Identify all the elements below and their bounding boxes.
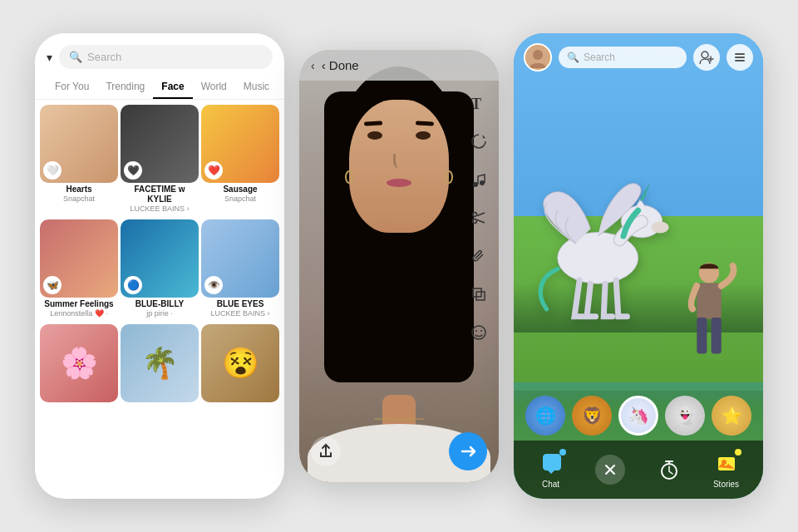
right-earring xyxy=(445,170,453,184)
svg-point-20 xyxy=(533,50,543,60)
svg-point-4 xyxy=(473,219,477,224)
phones-container: ▾ 🔍 Search For You Trending Face World M… xyxy=(18,17,780,515)
tab-face[interactable]: Face xyxy=(153,76,192,99)
timer-action[interactable] xyxy=(656,456,682,483)
pegasus xyxy=(530,163,680,349)
list-item[interactable]: 🤍 Hearts Snapchat xyxy=(40,105,118,217)
svg-point-1 xyxy=(473,182,478,187)
svg-rect-17 xyxy=(697,318,707,353)
lens-card-billy[interactable]: 🔵 xyxy=(121,219,199,298)
list-item[interactable]: 🦋 Summer Feelings Lennonstella ❤️ · xyxy=(40,219,118,322)
lens-name: BLUE-BILLY xyxy=(122,299,197,309)
list-item[interactable]: ❤️ Sausage Snapchat xyxy=(201,105,279,217)
text-tool[interactable]: T xyxy=(467,91,490,115)
list-item[interactable]: 🖤 FACETIME w KYLIE LUCKEE BAINS › xyxy=(121,105,199,217)
chevron-down-icon[interactable]: ▾ xyxy=(47,51,52,64)
chat-action[interactable]: Chat xyxy=(538,451,564,489)
lens-circle-3-selected[interactable]: 🦄 xyxy=(618,396,658,436)
chat-label: Chat xyxy=(542,480,559,489)
ar-background: 🔍 Search 🌐 🦁 🦄 👻 ⭐ xyxy=(514,33,763,499)
lens-creator: LUCKEE BAINS › xyxy=(122,204,197,214)
lens-name: BLUE EYES xyxy=(203,299,278,309)
svg-line-6 xyxy=(477,220,485,224)
add-friend-button[interactable] xyxy=(693,44,720,71)
necklace xyxy=(374,418,424,420)
lens-circle-1[interactable]: 🌐 xyxy=(525,396,565,436)
right-search-bar[interactable]: 🔍 Search xyxy=(559,47,687,68)
avatar[interactable] xyxy=(524,43,552,71)
list-item[interactable]: 🌴 xyxy=(121,324,199,402)
lens-info: FACETIME w KYLIE LUCKEE BAINS › xyxy=(121,183,199,217)
emoji-tool[interactable] xyxy=(467,321,490,344)
lens-card-bottom1[interactable]: 🌸 xyxy=(40,324,118,402)
right-phone: 🔍 Search 🌐 🦁 🦄 👻 ⭐ xyxy=(514,33,763,499)
svg-point-11 xyxy=(480,330,482,332)
right-header: 🔍 Search xyxy=(514,33,763,78)
lens-bar: 🌐 🦁 🦄 👻 ⭐ xyxy=(514,391,763,441)
lens-badge: 🦋 xyxy=(43,276,62,294)
face-skin xyxy=(349,100,449,233)
lens-circle-2[interactable]: 🦁 xyxy=(572,396,612,436)
paperclip-tool[interactable] xyxy=(467,244,490,268)
lens-card-summer[interactable]: 🦋 xyxy=(40,219,118,298)
lens-emoji: 🌴 xyxy=(141,346,179,381)
lens-info: Hearts Snapchat xyxy=(40,183,118,207)
middle-bottom xyxy=(311,432,487,470)
close-button[interactable] xyxy=(595,455,625,485)
tab-world[interactable]: World xyxy=(193,76,235,99)
left-eyebrow xyxy=(364,121,382,126)
search-bar[interactable]: 🔍 Search xyxy=(59,45,273,69)
lens-grid: 🤍 Hearts Snapchat 🖤 FACETIME w KYLIE xyxy=(35,100,284,407)
svg-point-10 xyxy=(475,330,477,332)
lens-name: Summer Feelings xyxy=(42,299,116,309)
tab-music[interactable]: Music xyxy=(235,76,278,99)
middle-header: ‹ ‹ Done xyxy=(299,50,499,81)
svg-point-3 xyxy=(473,213,477,217)
left-header: ▾ 🔍 Search xyxy=(35,33,284,76)
lens-card-bottom2[interactable]: 🌴 xyxy=(121,324,199,402)
svg-point-9 xyxy=(472,326,485,339)
lens-name: FACETIME w KYLIE xyxy=(122,185,197,204)
lens-card-hearts[interactable]: 🤍 xyxy=(40,105,118,183)
search-placeholder: Search xyxy=(87,51,121,63)
chat-notification-dot xyxy=(559,449,566,456)
lens-card-blueeyes[interactable]: 👁️ xyxy=(201,219,279,298)
lens-circle-5[interactable]: ⭐ xyxy=(712,396,751,436)
chat-icon xyxy=(538,451,564,477)
lens-badge: ❤️ xyxy=(204,161,223,180)
list-item[interactable]: 👁️ BLUE EYES LUCKEE BAINS › xyxy=(201,219,279,322)
stories-action[interactable]: Stories xyxy=(713,451,740,489)
lens-card-sausage[interactable]: ❤️ xyxy=(201,105,279,183)
scissors-tool[interactable] xyxy=(467,206,490,229)
list-item[interactable]: 🔵 BLUE-BILLY jp pirie · xyxy=(121,219,199,322)
tab-trending[interactable]: Trending xyxy=(97,76,153,99)
search-icon: 🔍 xyxy=(567,52,579,63)
svg-rect-23 xyxy=(735,57,745,58)
done-label[interactable]: ‹ Done xyxy=(322,58,359,72)
lens-creator: Snapchat xyxy=(203,195,278,204)
list-item[interactable]: 😵 xyxy=(201,324,279,402)
svg-rect-16 xyxy=(697,283,721,318)
svg-point-2 xyxy=(480,180,485,185)
list-item[interactable]: 🌸 xyxy=(40,324,118,402)
music-tool[interactable] xyxy=(467,168,490,191)
lens-creator: Snapchat xyxy=(42,195,116,204)
svg-rect-18 xyxy=(712,318,722,353)
svg-text:T: T xyxy=(471,96,481,112)
share-button[interactable] xyxy=(311,436,341,466)
back-button[interactable]: ‹ xyxy=(311,59,315,72)
right-eye xyxy=(416,131,431,140)
sticker-tool[interactable] xyxy=(467,130,490,153)
svg-rect-8 xyxy=(476,292,485,300)
tab-for-you[interactable]: For You xyxy=(47,76,97,99)
svg-line-5 xyxy=(477,213,485,216)
crop-tool[interactable] xyxy=(467,283,490,306)
lens-card-bottom3[interactable]: 😵 xyxy=(201,324,279,402)
action-bar: Chat xyxy=(514,441,763,499)
lens-card-facetime[interactable]: 🖤 xyxy=(121,105,199,183)
svg-rect-22 xyxy=(735,53,745,55)
lens-circle-4[interactable]: 👻 xyxy=(665,396,705,436)
send-button[interactable] xyxy=(449,432,487,470)
settings-button[interactable] xyxy=(727,44,753,71)
lens-info: Sausage Snapchat xyxy=(201,183,279,207)
